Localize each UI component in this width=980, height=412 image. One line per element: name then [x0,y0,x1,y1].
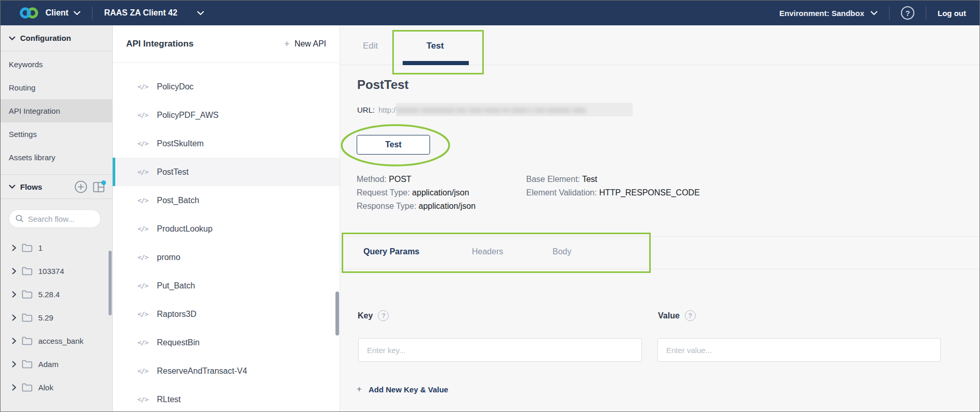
configuration-section-header[interactable]: Configuration [1,25,112,51]
url-scheme: http:/ [378,105,395,114]
test-button[interactable]: Test [357,135,430,155]
tab-test[interactable]: Test [426,41,444,51]
api-list-item[interactable]: </>Put_Batch [113,271,340,300]
tree-folder-row[interactable]: Alok [1,376,112,399]
api-list-item[interactable]: </>RLtest [113,385,340,412]
value-input[interactable] [657,338,941,362]
api-list-item[interactable]: </>ProductLookup [113,215,340,243]
method-row: Method: POST [357,173,476,186]
left-sidebar: Configuration Keywords Routing API Integ… [1,25,113,412]
flow-search[interactable] [9,209,101,228]
folder-icon [22,360,33,369]
divider [1,199,112,199]
tree-folder-row[interactable]: 103374 [1,260,112,283]
folder-label: 5.29 [38,313,53,322]
help-icon[interactable]: ? [901,6,914,20]
configuration-header-label: Configuration [20,34,71,42]
flows-header-label: Flows [20,182,42,191]
sidebar-item-assets-library[interactable]: Assets library [1,146,112,169]
api-name: PolicyDoc [157,82,193,91]
sidebar-item-keywords[interactable]: Keywords [1,53,112,76]
folder-label: 103374 [38,267,64,276]
api-list-item[interactable]: </>Post_Batch [113,186,340,215]
chevron-down-icon [197,11,204,15]
flow-template-icon[interactable] [93,180,106,193]
key-help-icon[interactable]: ? [378,310,389,321]
api-list-item[interactable]: </>PolicyDoc [113,72,340,101]
account-selector[interactable]: RAAS ZA Client 42 [104,8,204,18]
api-name: RLtest [157,395,180,404]
api-list-item[interactable]: </>PolicyPDF_AWS [113,101,340,129]
chevron-right-icon [12,314,16,321]
api-list-scrollbar-thumb[interactable] [335,292,339,335]
folder-icon [22,243,33,252]
plus-icon: + [284,38,290,50]
value-help-icon[interactable]: ? [685,310,696,321]
client-menu[interactable]: Client [45,8,81,18]
sidebar-item-api-integration[interactable]: API Integration [1,99,112,123]
add-key-value-button[interactable]: + Add New Key & Value [357,384,448,394]
environment-label: Environment: Sandbox [779,9,864,18]
sidebar-item-routing[interactable]: Routing [1,76,112,99]
code-icon: </> [137,83,148,90]
topbar-divider [926,6,926,20]
key-input[interactable] [358,338,642,362]
folder-label: Adam [38,360,58,369]
url-redacted-blur: xxxxxxx xxxxxxxxxx xxx xxxx xxxxx xx xxx… [396,103,633,116]
code-icon: </> [137,196,148,204]
url-label: URL: [357,105,375,114]
api-list-item-selected[interactable]: </>PostTest [113,158,340,186]
chevron-down-icon [9,36,16,40]
api-name: RequestBin [157,338,200,347]
client-menu-label: Client [45,8,68,18]
flow-search-input[interactable] [28,215,90,223]
tree-folder-row[interactable]: 5.29 [1,306,112,329]
request-type-row: Request Type: application/json [357,186,476,200]
api-list-item[interactable]: </>PostSkuItem [113,129,340,158]
sidebar-scrollbar-thumb[interactable] [109,251,112,315]
logout-button[interactable]: Log out [938,9,966,18]
chevron-right-icon [12,291,16,298]
code-icon: </> [137,168,148,176]
top-navbar: Client RAAS ZA Client 42 Environment: Sa… [1,1,979,25]
api-name: PostTest [157,167,188,177]
tree-folder-row[interactable]: access_bank [1,329,112,353]
plus-icon: + [357,384,362,394]
subtab-query-params[interactable]: Query Params [363,247,420,256]
topbar-divider [889,6,890,20]
folder-icon [22,337,33,345]
code-icon: </> [137,310,148,318]
chevron-down-icon [9,185,16,189]
request-section-tabs: Query Params Headers Body [340,236,979,269]
flows-section-header[interactable]: Flows [1,175,112,199]
api-name: PolicyPDF_AWS [157,111,218,120]
tree-folder-row[interactable]: 5.28.4 [1,283,112,306]
sidebar-item-settings[interactable]: Settings [1,123,112,146]
code-icon: </> [137,140,148,147]
element-validation-row: Element Validation: HTTP_RESPONSE_CODE [526,186,700,200]
chevron-right-icon [12,268,16,274]
tree-folder-row[interactable]: Adam [1,353,112,376]
code-icon: </> [137,367,148,375]
api-list-item[interactable]: </>ReserveAndTransact-V4 [113,357,340,385]
folder-icon [22,290,33,299]
api-list-item[interactable]: </>RequestBin [113,328,340,357]
subtab-body[interactable]: Body [553,247,571,256]
edit-test-tabs: Edit Test [340,25,979,65]
api-list-item[interactable]: </>promo [113,243,340,271]
code-icon: </> [137,253,148,261]
tab-edit[interactable]: Edit [363,41,378,51]
add-flow-icon[interactable] [74,180,87,193]
chevron-down-icon [870,11,878,15]
api-list-item[interactable]: </>Raptors3D [113,300,340,328]
code-icon: </> [137,225,148,233]
api-name: ReserveAndTransact-V4 [157,367,247,376]
page-title: PostTest [357,78,409,92]
subtab-headers[interactable]: Headers [472,247,503,256]
tree-folder-row[interactable]: 1 [1,236,112,260]
new-api-button[interactable]: + New API [284,38,326,50]
api-name: ProductLookup [157,224,212,234]
base-element-row: Base Element: Test [526,173,700,186]
environment-selector[interactable]: Environment: Sandbox [779,9,878,18]
clickatell-logo [19,7,39,19]
